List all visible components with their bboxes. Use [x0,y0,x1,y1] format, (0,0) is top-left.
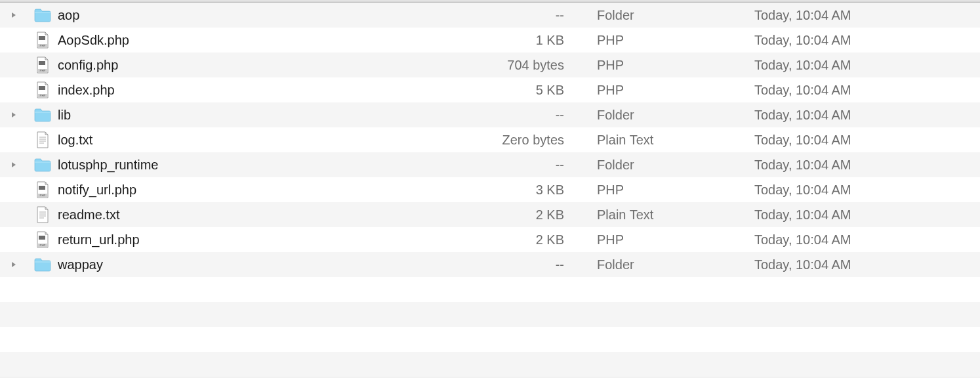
file-row[interactable]: aop--FolderToday, 10:04 AM [0,3,980,28]
size-cell: 704 bytes [453,58,597,73]
disclosure-triangle-icon[interactable] [7,161,21,168]
empty-row [0,352,980,377]
file-name: readme.txt [58,207,119,223]
file-name: lotusphp_runtime [58,158,158,173]
empty-row [0,327,980,352]
size-cell: -- [453,8,597,23]
name-cell[interactable]: lib [7,106,453,123]
file-row[interactable]: index.php5 KBPHPToday, 10:04 AM [0,77,980,102]
file-name: lib [58,108,71,123]
kind-cell: Plain Text [597,207,754,223]
file-row[interactable]: readme.txt2 KBPlain TextToday, 10:04 AM [0,202,980,227]
name-cell[interactable]: index.php [7,81,453,98]
date-cell: Today, 10:04 AM [754,182,980,198]
kind-cell: Folder [597,158,754,173]
date-cell: Today, 10:04 AM [754,257,980,272]
empty-row [0,302,980,327]
size-cell: 2 KB [453,232,597,247]
size-cell: 2 KB [453,207,597,223]
bottom-divider [0,377,980,377]
name-cell[interactable]: log.txt [7,131,453,148]
file-row[interactable]: AopSdk.php1 KBPHPToday, 10:04 AM [0,28,980,53]
kind-cell: PHP [597,232,754,247]
php-file-icon [34,32,51,49]
php-file-icon [34,56,51,74]
folder-icon [34,106,51,123]
file-row[interactable]: notify_url.php3 KBPHPToday, 10:04 AM [0,177,980,202]
name-cell[interactable]: lotusphp_runtime [7,156,453,173]
file-name: log.txt [58,133,92,148]
folder-icon [34,7,51,24]
file-name: index.php [58,83,115,98]
date-cell: Today, 10:04 AM [754,207,980,223]
kind-cell: Folder [597,257,754,272]
file-row[interactable]: log.txtZero bytesPlain TextToday, 10:04 … [0,127,980,152]
size-cell: 3 KB [453,182,597,198]
kind-cell: Folder [597,108,754,123]
kind-cell: PHP [597,83,754,98]
php-file-icon [34,181,51,198]
text-file-icon [34,206,51,223]
name-cell[interactable]: notify_url.php [7,181,453,198]
php-file-icon [34,231,51,248]
file-list: aop--FolderToday, 10:04 AMAopSdk.php1 KB… [0,3,980,377]
disclosure-triangle-icon[interactable] [7,12,21,18]
date-cell: Today, 10:04 AM [754,158,980,173]
size-cell: -- [453,158,597,173]
folder-icon [34,156,51,173]
name-cell[interactable]: wappay [7,256,453,273]
kind-cell: Folder [597,8,754,23]
file-row[interactable]: return_url.php2 KBPHPToday, 10:04 AM [0,227,980,252]
php-file-icon [34,81,51,98]
file-row[interactable]: config.php704 bytesPHPToday, 10:04 AM [0,53,980,77]
size-cell: 5 KB [453,83,597,98]
name-cell[interactable]: return_url.php [7,231,453,248]
size-cell: -- [453,257,597,272]
name-cell[interactable]: AopSdk.php [7,32,453,49]
empty-row [0,277,980,302]
file-name: config.php [58,58,118,73]
size-cell: 1 KB [453,33,597,48]
kind-cell: PHP [597,33,754,48]
name-cell[interactable]: readme.txt [7,206,453,223]
size-cell: Zero bytes [453,133,597,148]
file-row[interactable]: lib--FolderToday, 10:04 AM [0,102,980,127]
disclosure-triangle-icon[interactable] [7,112,21,118]
date-cell: Today, 10:04 AM [754,8,980,23]
name-cell[interactable]: aop [7,7,453,24]
name-cell[interactable]: config.php [7,56,453,74]
date-cell: Today, 10:04 AM [754,133,980,148]
file-name: wappay [58,257,103,272]
date-cell: Today, 10:04 AM [754,33,980,48]
size-cell: -- [453,108,597,123]
kind-cell: PHP [597,58,754,73]
file-row[interactable]: lotusphp_runtime--FolderToday, 10:04 AM [0,152,980,177]
date-cell: Today, 10:04 AM [754,83,980,98]
kind-cell: PHP [597,182,754,198]
kind-cell: Plain Text [597,133,754,148]
file-row[interactable]: wappay--FolderToday, 10:04 AM [0,252,980,277]
file-name: notify_url.php [58,182,136,198]
file-name: aop [58,8,79,23]
file-name: return_url.php [58,232,140,247]
file-name: AopSdk.php [58,33,129,48]
date-cell: Today, 10:04 AM [754,108,980,123]
text-file-icon [34,131,51,148]
date-cell: Today, 10:04 AM [754,232,980,247]
folder-icon [34,256,51,273]
date-cell: Today, 10:04 AM [754,58,980,73]
disclosure-triangle-icon[interactable] [7,261,21,268]
